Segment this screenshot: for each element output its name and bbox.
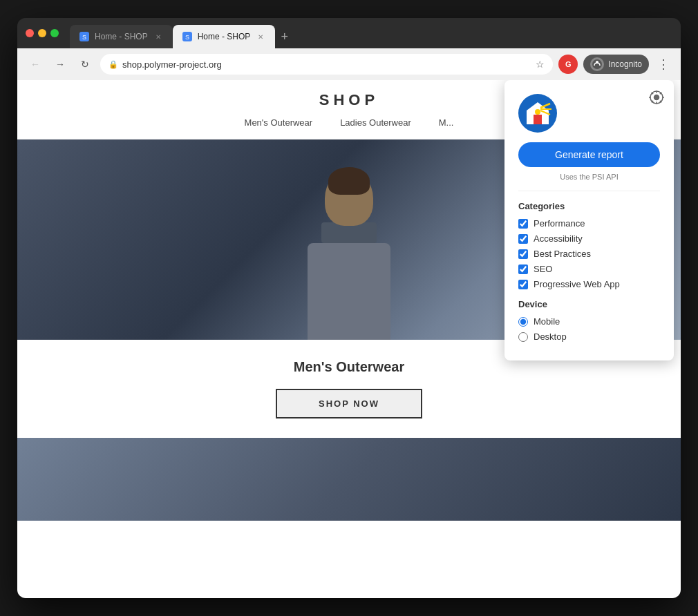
tab-label-1: Home - SHOP: [95, 32, 148, 41]
device-title: Device: [518, 299, 660, 309]
bottom-hero-image: [17, 438, 681, 521]
device-desktop: Desktop: [518, 331, 660, 342]
best-practices-label: Best Practices: [534, 249, 591, 259]
category-accessibility: Accessibility: [518, 233, 660, 244]
desktop-label: Desktop: [534, 331, 567, 342]
psi-text: Uses the PSI API: [518, 173, 660, 181]
category-pwa: Progressive Web App: [518, 279, 660, 289]
shop-nav: Men's Outerwear Ladies Outerwear M...: [245, 117, 454, 128]
generate-report-button[interactable]: Generate report: [518, 142, 660, 167]
incognito-label: Incognito: [608, 59, 642, 69]
category-best-practices: Best Practices: [518, 249, 660, 259]
svg-point-12: [654, 95, 659, 100]
svg-point-8: [535, 109, 540, 115]
device-section: Device Mobile Desktop: [518, 299, 660, 342]
tab-label-2: Home - SHOP: [198, 32, 251, 41]
browser-content: SHOP Men's Outerwear Ladies Outerwear M.…: [17, 80, 681, 598]
figure-head: [325, 171, 373, 226]
shop-website: SHOP Men's Outerwear Ladies Outerwear M.…: [17, 80, 681, 598]
tabs-area: S Home - SHOP ✕ S Home - SHOP ✕ +: [70, 18, 672, 48]
category-seo: SEO: [518, 264, 660, 274]
performance-label: Performance: [534, 218, 585, 229]
categories-title: Categories: [518, 201, 660, 211]
svg-point-5: [596, 61, 598, 64]
tab-favicon-2: S: [182, 32, 192, 41]
mobile-radio[interactable]: [518, 317, 528, 327]
incognito-icon: [590, 57, 604, 71]
pwa-checkbox[interactable]: [518, 280, 528, 289]
hero-person: [308, 171, 390, 340]
device-mobile: Mobile: [518, 316, 660, 327]
cta-title: Men's Outerwear: [37, 359, 661, 375]
minimize-button[interactable]: [38, 29, 46, 37]
popup-header: [518, 94, 660, 133]
lock-icon: 🔒: [109, 60, 118, 69]
nav-mens-outerwear[interactable]: Men's Outerwear: [245, 117, 313, 128]
new-tab-button[interactable]: +: [275, 25, 294, 48]
profile-button[interactable]: G: [558, 55, 578, 74]
desktop-radio[interactable]: [518, 332, 528, 342]
lighthouse-logo: [518, 94, 557, 133]
refresh-button[interactable]: ↻: [75, 55, 95, 74]
close-button[interactable]: [26, 29, 34, 37]
popup-divider: [518, 191, 660, 191]
nav-ladies-outerwear[interactable]: Ladies Outerwear: [340, 117, 411, 128]
url-bar[interactable]: 🔒 shop.polymer-project.org ☆: [100, 54, 553, 75]
browser-window: S Home - SHOP ✕ S Home - SHOP ✕ + ← → ↻ …: [17, 18, 681, 598]
tab-close-2[interactable]: ✕: [256, 32, 265, 41]
svg-text:S: S: [185, 34, 189, 41]
seo-checkbox[interactable]: [518, 264, 528, 274]
profile-label: G: [565, 60, 572, 68]
addressbar: ← → ↻ 🔒 shop.polymer-project.org ☆ G Inc…: [17, 48, 681, 80]
traffic-lights: [26, 29, 59, 37]
pwa-label: Progressive Web App: [534, 279, 620, 289]
forward-button[interactable]: →: [50, 55, 70, 74]
popup-settings-icon[interactable]: [649, 90, 664, 108]
titlebar: S Home - SHOP ✕ S Home - SHOP ✕ +: [17, 18, 681, 48]
maximize-button[interactable]: [50, 29, 59, 37]
bookmark-icon[interactable]: ☆: [536, 59, 545, 70]
svg-rect-7: [534, 115, 542, 124]
tab-2[interactable]: S Home - SHOP ✕: [173, 25, 276, 48]
accessibility-label: Accessibility: [534, 233, 583, 244]
tab-1[interactable]: S Home - SHOP ✕: [70, 25, 173, 48]
nav-more[interactable]: M...: [439, 117, 454, 128]
mobile-label: Mobile: [534, 316, 560, 327]
tab-close-1[interactable]: ✕: [153, 32, 163, 41]
browser-menu-button[interactable]: ⋮: [654, 54, 672, 75]
performance-checkbox[interactable]: [518, 219, 528, 229]
category-performance: Performance: [518, 218, 660, 229]
seo-label: SEO: [534, 264, 552, 274]
shop-logo: SHOP: [319, 91, 379, 109]
accessibility-checkbox[interactable]: [518, 234, 528, 244]
lighthouse-popup: Generate report Uses the PSI API Categor…: [504, 80, 674, 360]
figure-body: [308, 243, 390, 340]
url-text: shop.polymer-project.org: [122, 59, 531, 70]
best-practices-checkbox[interactable]: [518, 249, 528, 259]
svg-text:S: S: [82, 34, 86, 41]
figure-hair: [328, 167, 370, 195]
incognito-button[interactable]: Incognito: [583, 55, 649, 74]
shop-now-button[interactable]: SHOP NOW: [276, 389, 422, 418]
tab-favicon-1: S: [79, 32, 89, 41]
back-button[interactable]: ←: [26, 55, 45, 74]
